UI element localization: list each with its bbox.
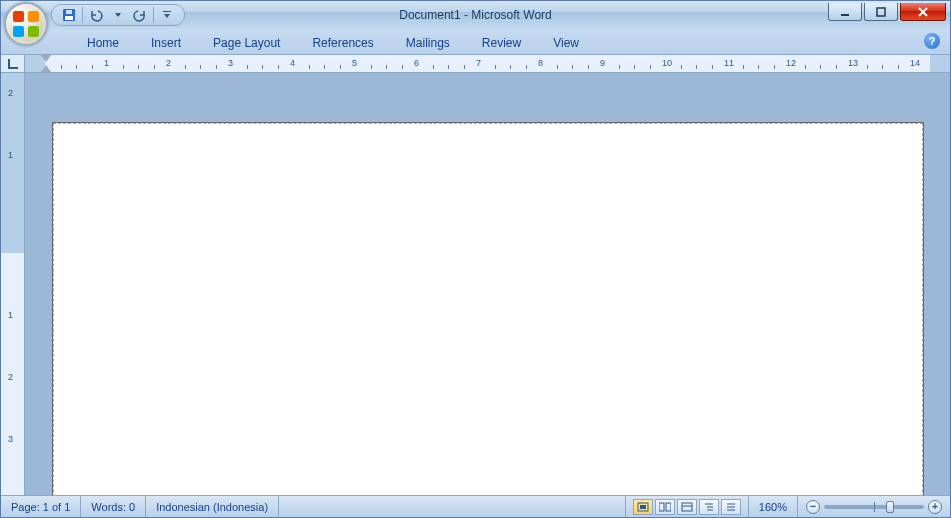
ruler-number: 11 bbox=[724, 58, 734, 68]
quick-access-toolbar bbox=[51, 4, 185, 26]
document-page[interactable] bbox=[53, 123, 923, 495]
undo-dropdown-icon[interactable] bbox=[109, 6, 127, 24]
language-status[interactable]: Indonesian (Indonesia) bbox=[146, 496, 279, 517]
office-logo-icon bbox=[13, 11, 39, 37]
save-button[interactable] bbox=[60, 6, 78, 24]
ruler-number: 9 bbox=[600, 58, 605, 68]
zoom-in-button[interactable]: + bbox=[928, 500, 942, 514]
ruler-number: 10 bbox=[662, 58, 672, 68]
status-bar: Page: 1 of 1 Words: 0 Indonesian (Indone… bbox=[1, 495, 950, 517]
zoom-slider[interactable] bbox=[824, 505, 924, 509]
ruler-number: 4 bbox=[290, 58, 295, 68]
tab-home[interactable]: Home bbox=[71, 31, 135, 54]
zoom-slider-thumb[interactable] bbox=[886, 501, 894, 513]
svg-rect-9 bbox=[666, 503, 671, 511]
svg-rect-1 bbox=[65, 16, 73, 20]
maximize-button[interactable] bbox=[864, 3, 898, 21]
ruler-number: 3 bbox=[228, 58, 233, 68]
zoom-out-button[interactable]: − bbox=[806, 500, 820, 514]
minimize-button[interactable] bbox=[828, 3, 862, 21]
close-button[interactable] bbox=[900, 3, 946, 21]
ruler-number: 13 bbox=[848, 58, 858, 68]
content-area: 21123 bbox=[1, 73, 950, 495]
tab-view[interactable]: View bbox=[537, 31, 595, 54]
tab-stop-icon bbox=[8, 59, 18, 69]
svg-rect-3 bbox=[163, 11, 171, 12]
document-viewport[interactable] bbox=[25, 73, 950, 495]
ruler-number: 1 bbox=[104, 58, 109, 68]
ribbon-tabs: HomeInsertPage LayoutReferencesMailingsR… bbox=[1, 29, 950, 55]
zoom-slider-group: − + bbox=[798, 500, 950, 514]
office-button[interactable] bbox=[4, 2, 48, 46]
title-bar: Document1 - Microsoft Word bbox=[1, 1, 950, 29]
svg-rect-10 bbox=[682, 503, 692, 511]
ruler-number: 8 bbox=[538, 58, 543, 68]
svg-rect-8 bbox=[659, 503, 664, 511]
vruler-number: 1 bbox=[8, 150, 13, 160]
qat-customize-dropdown-icon[interactable] bbox=[158, 6, 176, 24]
zoom-level[interactable]: 160% bbox=[748, 496, 798, 517]
window-controls bbox=[826, 1, 950, 29]
tab-references[interactable]: References bbox=[296, 31, 389, 54]
help-icon: ? bbox=[929, 35, 936, 47]
view-draft-button[interactable] bbox=[721, 499, 741, 515]
svg-rect-2 bbox=[66, 10, 72, 14]
ruler-number: 7 bbox=[476, 58, 481, 68]
tab-page-layout[interactable]: Page Layout bbox=[197, 31, 296, 54]
vruler-number: 2 bbox=[8, 88, 13, 98]
tab-mailings[interactable]: Mailings bbox=[390, 31, 466, 54]
undo-button[interactable] bbox=[87, 6, 105, 24]
svg-rect-4 bbox=[841, 14, 849, 16]
view-outline-button[interactable] bbox=[699, 499, 719, 515]
ruler-number: 6 bbox=[414, 58, 419, 68]
ruler-number: 12 bbox=[786, 58, 796, 68]
hanging-indent-marker[interactable] bbox=[41, 64, 51, 72]
tab-review[interactable]: Review bbox=[466, 31, 537, 54]
first-line-indent-marker[interactable] bbox=[41, 55, 51, 63]
vruler-number: 3 bbox=[8, 434, 13, 444]
horizontal-ruler[interactable]: 1234567891011121314 bbox=[25, 55, 950, 72]
svg-rect-5 bbox=[877, 8, 885, 16]
redo-button[interactable] bbox=[131, 6, 149, 24]
tab-insert[interactable]: Insert bbox=[135, 31, 197, 54]
vruler-number: 1 bbox=[8, 310, 13, 320]
view-web-layout-button[interactable] bbox=[677, 499, 697, 515]
horizontal-ruler-area: 1234567891011121314 bbox=[1, 55, 950, 73]
svg-rect-7 bbox=[640, 505, 646, 509]
ruler-number: 14 bbox=[910, 58, 920, 68]
view-print-layout-button[interactable] bbox=[633, 499, 653, 515]
vertical-ruler[interactable]: 21123 bbox=[1, 73, 25, 495]
vruler-number: 2 bbox=[8, 372, 13, 382]
view-full-screen-reading-button[interactable] bbox=[655, 499, 675, 515]
help-button[interactable]: ? bbox=[924, 33, 940, 49]
tab-selector[interactable] bbox=[1, 55, 25, 72]
ruler-number: 2 bbox=[166, 58, 171, 68]
word-count-status[interactable]: Words: 0 bbox=[81, 496, 146, 517]
ruler-number: 5 bbox=[352, 58, 357, 68]
page-status[interactable]: Page: 1 of 1 bbox=[1, 496, 81, 517]
app-window: Document1 - Microsoft Word HomeInsertPag… bbox=[0, 0, 951, 518]
